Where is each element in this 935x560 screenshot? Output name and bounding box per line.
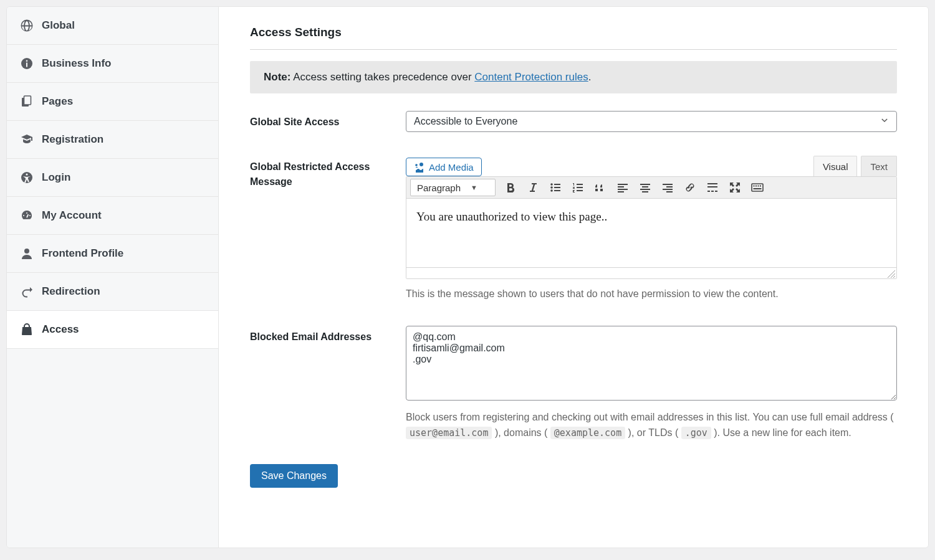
editor-tabs: Visual Text — [813, 156, 897, 176]
sidebar-item-label: Registration — [42, 133, 103, 146]
sidebar-item-my-account[interactable]: My Account — [7, 197, 218, 235]
redirect-icon — [21, 285, 33, 298]
quote-icon — [594, 181, 607, 194]
code-example-tld: .gov — [681, 427, 711, 439]
sidebar-item-pages[interactable]: Pages — [7, 83, 218, 121]
resize-handle[interactable] — [888, 270, 895, 277]
editor-footer — [406, 267, 896, 278]
sidebar-item-label: Login — [42, 171, 70, 184]
bold-button[interactable] — [502, 179, 519, 196]
info-icon — [21, 57, 33, 70]
code-example-email: user@email.com — [406, 427, 492, 439]
page-title: Access Settings — [250, 26, 897, 50]
align-center-button[interactable] — [636, 179, 654, 196]
note-tail: . — [588, 71, 592, 83]
read-more-button[interactable] — [704, 179, 721, 196]
sidebar-item-label: Access — [42, 323, 79, 336]
toolbar-toggle-button[interactable] — [749, 179, 766, 196]
sidebar-item-login[interactable]: Login — [7, 159, 218, 197]
settings-frame: Global Business Info Pages Registration … — [6, 6, 929, 548]
sidebar-item-business-info[interactable]: Business Info — [7, 45, 218, 83]
label-global-site-access: Global Site Access — [250, 111, 406, 130]
sidebar-item-label: My Account — [42, 209, 102, 222]
align-right-icon — [661, 181, 674, 194]
rich-text-editor: Paragraph ▼ — [406, 176, 897, 279]
globe-icon — [21, 19, 33, 32]
note-text: Access setting takes precedence over — [293, 71, 474, 83]
italic-button[interactable] — [524, 179, 542, 196]
fullscreen-button[interactable] — [726, 179, 744, 196]
keyboard-icon — [751, 181, 764, 194]
align-left-icon — [616, 181, 629, 194]
align-center-icon — [639, 181, 651, 194]
number-list-icon — [572, 181, 584, 194]
sidebar-item-access[interactable]: Access — [7, 311, 218, 349]
blocked-emails-textarea[interactable] — [406, 326, 897, 401]
number-list-button[interactable] — [569, 179, 587, 196]
sidebar-item-label: Redirection — [42, 285, 100, 298]
fullscreen-icon — [729, 181, 741, 194]
link-icon — [684, 181, 696, 194]
add-media-button[interactable]: Add Media — [406, 158, 482, 176]
bullet-list-button[interactable] — [547, 179, 564, 196]
accessibility-icon — [21, 171, 33, 184]
sidebar-item-global[interactable]: Global — [7, 7, 218, 45]
editor-toolbar: Paragraph ▼ — [406, 177, 896, 199]
tab-text[interactable]: Text — [861, 156, 897, 176]
chevron-down-icon — [880, 116, 889, 127]
blocked-emails-help: Block users from registering and checkin… — [406, 410, 897, 441]
grad-cap-icon — [21, 133, 33, 146]
media-icon — [414, 161, 425, 173]
sidebar-item-label: Pages — [42, 95, 73, 108]
sidebar-item-label: Frontend Profile — [42, 247, 123, 260]
note-box: Note: Access setting takes precedence ov… — [250, 61, 897, 93]
restricted-help-text: This is the message shown to users that … — [406, 287, 897, 302]
sidebar-item-label: Business Info — [42, 57, 111, 70]
pages-icon — [21, 95, 33, 108]
note-label: Note: — [264, 71, 290, 83]
label-blocked-emails: Blocked Email Addresses — [250, 326, 406, 344]
select-value: Accessible to Everyone — [414, 116, 517, 127]
sidebar-item-frontend-profile[interactable]: Frontend Profile — [7, 235, 218, 273]
select-global-site-access[interactable]: Accessible to Everyone — [406, 111, 897, 132]
bold-icon — [504, 181, 517, 194]
sidebar-item-label: Global — [42, 19, 75, 32]
label-restricted-message: Global Restricted Access Message — [250, 156, 406, 189]
italic-icon — [527, 181, 539, 194]
tab-visual[interactable]: Visual — [813, 156, 858, 176]
editor-content[interactable]: You are unauthorized to view this page.. — [406, 199, 896, 267]
format-dropdown[interactable]: Paragraph ▼ — [410, 179, 496, 196]
link-button[interactable] — [681, 179, 699, 196]
resize-icon — [888, 270, 895, 278]
save-button[interactable]: Save Changes — [250, 464, 338, 488]
blockquote-button[interactable] — [592, 179, 609, 196]
sidebar-item-registration[interactable]: Registration — [7, 121, 218, 159]
caret-down-icon: ▼ — [471, 184, 477, 191]
sidebar-item-redirection[interactable]: Redirection — [7, 273, 218, 311]
row-global-site-access: Global Site Access Accessible to Everyon… — [250, 111, 897, 132]
bullet-list-icon — [549, 181, 562, 194]
dashboard-icon — [21, 209, 33, 222]
user-icon — [21, 247, 33, 260]
code-example-domain: @example.com — [550, 427, 625, 439]
row-blocked-emails: Blocked Email Addresses Block users from… — [250, 326, 897, 441]
main-content: Access Settings Note: Access setting tak… — [219, 7, 928, 548]
sidebar: Global Business Info Pages Registration … — [7, 7, 219, 548]
row-restricted-message: Global Restricted Access Message Add Med… — [250, 156, 897, 302]
add-media-label: Add Media — [429, 162, 474, 173]
bag-icon — [21, 323, 33, 336]
read-more-icon — [706, 181, 719, 194]
format-value: Paragraph — [417, 183, 461, 193]
align-left-button[interactable] — [614, 179, 631, 196]
align-right-button[interactable] — [659, 179, 676, 196]
content-protection-link[interactable]: Content Protection rules — [474, 71, 588, 83]
